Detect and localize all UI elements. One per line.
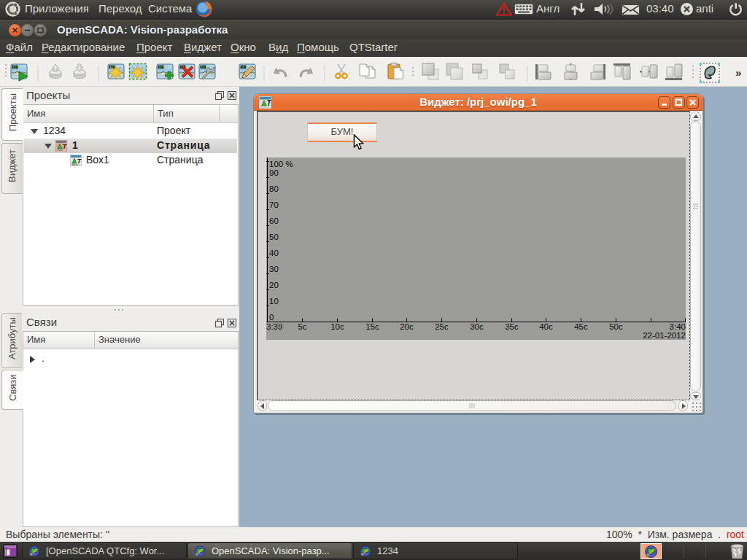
svg-text:30: 30 — [269, 265, 279, 273]
svg-text:60: 60 — [269, 217, 279, 225]
svg-text:0: 0 — [269, 313, 274, 322]
svg-text:T: T — [267, 99, 272, 107]
svg-text:20: 20 — [269, 281, 279, 289]
svg-text:5с: 5с — [298, 322, 306, 331]
svg-text:20с: 20с — [400, 322, 414, 331]
svg-text:45с: 45с — [574, 322, 588, 331]
svg-text:Val.el: Val.el — [58, 149, 63, 152]
svg-text:10: 10 — [269, 297, 279, 306]
svg-text:40: 40 — [269, 249, 279, 257]
svg-text:10с: 10с — [330, 322, 344, 331]
svg-text:40с: 40с — [539, 322, 553, 331]
svg-text:50: 50 — [269, 233, 279, 241]
svg-text:100 %: 100 % — [269, 160, 293, 168]
svg-text:50с: 50с — [609, 322, 623, 331]
svg-text:80: 80 — [269, 184, 279, 193]
svg-text:15с: 15с — [365, 322, 379, 331]
svg-text:35с: 35с — [505, 322, 519, 331]
svg-text:3:39: 3:39 — [266, 322, 282, 331]
svg-text:Val.el: Val.el — [72, 163, 78, 166]
svg-text:3:40: 3:40 — [670, 322, 686, 331]
svg-text:»: » — [735, 66, 741, 79]
svg-text:22-01-2012: 22-01-2012 — [643, 331, 686, 340]
svg-text:25с: 25с — [435, 322, 449, 331]
svg-text:30с: 30с — [470, 322, 484, 331]
svg-text:70: 70 — [269, 201, 279, 209]
svg-text:90: 90 — [269, 168, 279, 177]
